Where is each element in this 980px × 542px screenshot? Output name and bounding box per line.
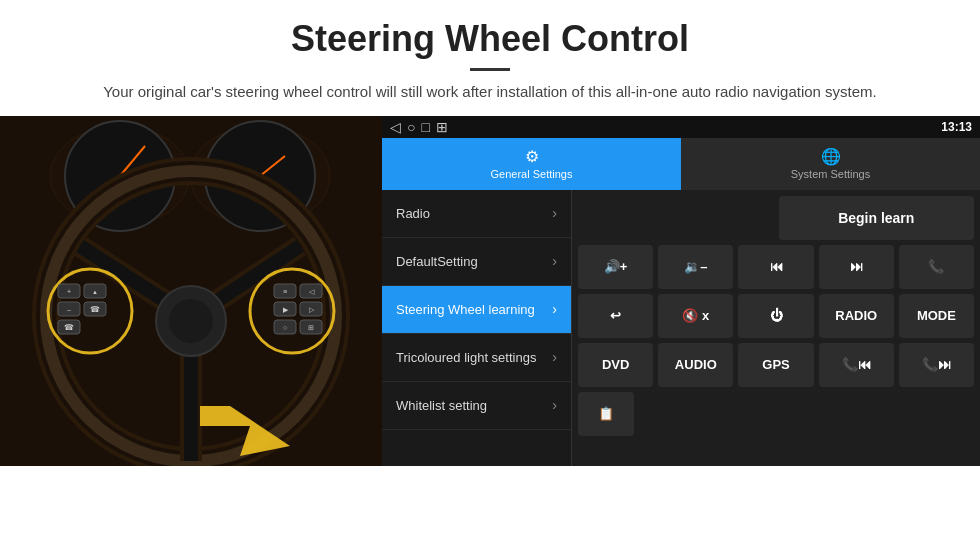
controls-row-3: DVD AUDIO GPS 📞⏮ 📞⏭ (578, 343, 974, 387)
left-menu: Radio › DefaultSetting › Steering Wheel … (382, 190, 572, 466)
status-bar: ◁ ○ □ ⊞ 13:13 (382, 116, 980, 138)
next-track-button[interactable]: ⏭ (819, 245, 894, 289)
dvd-button[interactable]: DVD (578, 343, 653, 387)
chevron-icon: › (552, 205, 557, 221)
begin-learn-button[interactable]: Begin learn (779, 196, 975, 240)
vol-up-button[interactable]: 🔊+ (578, 245, 653, 289)
svg-text:+: + (67, 288, 71, 295)
back-icon[interactable]: ◁ (390, 119, 401, 135)
menu-item-tricoloured-label: Tricoloured light settings (396, 350, 536, 365)
controls-row-0: Begin learn (578, 196, 974, 240)
svg-text:≡: ≡ (283, 288, 287, 295)
controls-row-1: 🔊+ 🔉– ⏮ ⏭ 📞 (578, 245, 974, 289)
chevron-icon: › (552, 397, 557, 413)
menu-icon[interactable]: ⊞ (436, 119, 448, 135)
android-ui: ◁ ○ □ ⊞ 13:13 ⚙ General Settings 🌐 Syste… (382, 116, 980, 466)
phone-prev-button[interactable]: 📞⏮ (819, 343, 894, 387)
phone-button[interactable]: 📞 (899, 245, 974, 289)
audio-button[interactable]: AUDIO (658, 343, 733, 387)
tab-system[interactable]: 🌐 System Settings (681, 138, 980, 190)
svg-text:⊞: ⊞ (308, 324, 314, 331)
right-panel: Begin learn 🔊+ 🔉– ⏮ ⏭ 📞 ↩ 🔇 x ⏻ RADIO MO (572, 190, 980, 466)
menu-item-defaultsetting[interactable]: DefaultSetting › (382, 238, 571, 286)
chevron-icon: › (552, 301, 557, 317)
menu-item-defaultsetting-label: DefaultSetting (396, 254, 478, 269)
menu-item-steering-label: Steering Wheel learning (396, 302, 535, 317)
mute-button[interactable]: 🔇 x (658, 294, 733, 338)
title-divider (470, 68, 510, 71)
menu-item-whitelist[interactable]: Whitelist setting › (382, 382, 571, 430)
recents-icon[interactable]: □ (421, 119, 429, 135)
status-time: 13:13 (941, 120, 972, 134)
svg-text:–: – (67, 306, 71, 313)
controls-row-2: ↩ 🔇 x ⏻ RADIO MODE (578, 294, 974, 338)
svg-text:☎: ☎ (64, 323, 74, 332)
svg-text:○: ○ (283, 324, 287, 331)
main-panel: Radio › DefaultSetting › Steering Wheel … (382, 190, 980, 466)
page-title: Steering Wheel Control (60, 18, 920, 60)
menu-item-tricoloured[interactable]: Tricoloured light settings › (382, 334, 571, 382)
header-section: Steering Wheel Control Your original car… (0, 0, 980, 116)
home-icon[interactable]: ○ (407, 119, 415, 135)
system-settings-icon: 🌐 (821, 147, 841, 166)
page-subtitle: Your original car's steering wheel contr… (60, 81, 920, 104)
empty-slot (578, 196, 774, 240)
menu-item-whitelist-label: Whitelist setting (396, 398, 487, 413)
prev-track-button[interactable]: ⏮ (738, 245, 813, 289)
menu-item-radio[interactable]: Radio › (382, 190, 571, 238)
chevron-icon: › (552, 253, 557, 269)
mode-button[interactable]: MODE (899, 294, 974, 338)
radio-button[interactable]: RADIO (819, 294, 894, 338)
svg-text:☎: ☎ (90, 305, 100, 314)
content-area: + – ▲ ☎ ☎ ≡ ▶ ◁ ▷ ○ ⊞ (0, 116, 980, 466)
controls-row-4: 📋 (578, 392, 974, 436)
tab-bar: ⚙ General Settings 🌐 System Settings (382, 138, 980, 190)
general-settings-icon: ⚙ (525, 147, 539, 166)
tab-system-label: System Settings (791, 168, 870, 180)
hang-up-button[interactable]: ↩ (578, 294, 653, 338)
svg-text:▲: ▲ (92, 289, 98, 295)
phone-next-button[interactable]: 📞⏭ (899, 343, 974, 387)
svg-point-17 (169, 299, 213, 343)
menu-item-radio-label: Radio (396, 206, 430, 221)
menu-item-steering[interactable]: Steering Wheel learning › (382, 286, 571, 334)
gps-button[interactable]: GPS (738, 343, 813, 387)
vol-down-button[interactable]: 🔉– (658, 245, 733, 289)
list-button[interactable]: 📋 (578, 392, 634, 436)
status-nav-icons: ◁ ○ □ ⊞ (390, 119, 448, 135)
tab-general-label: General Settings (491, 168, 573, 180)
tab-general[interactable]: ⚙ General Settings (382, 138, 681, 190)
chevron-icon: › (552, 349, 557, 365)
power-button[interactable]: ⏻ (738, 294, 813, 338)
steering-wheel-image: + – ▲ ☎ ☎ ≡ ▶ ◁ ▷ ○ ⊞ (0, 116, 382, 466)
